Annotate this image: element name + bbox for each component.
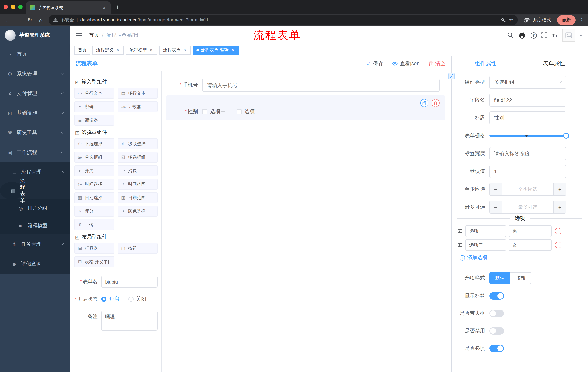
- palette-item[interactable]: ◔时间范围: [117, 179, 158, 190]
- palette-item[interactable]: ◉单选框组: [74, 152, 114, 163]
- palette-item[interactable]: ☆评分: [74, 206, 114, 217]
- drag-handle-icon[interactable]: [457, 229, 463, 234]
- tag-close-icon[interactable]: ✕: [149, 48, 154, 53]
- update-chip[interactable]: 更新: [557, 15, 576, 25]
- tag-process-model[interactable]: 流程模型 ✕: [126, 46, 157, 54]
- plus-icon[interactable]: +: [553, 183, 566, 195]
- checkbox-icon[interactable]: [202, 109, 207, 114]
- address-bar[interactable]: 不安全 | dashboard.yudao.iocoder.cn/bpm/man…: [49, 15, 518, 25]
- option-value-input[interactable]: [509, 239, 552, 251]
- palette-item[interactable]: ⊞表格[开发中]: [74, 256, 114, 267]
- border-toggle[interactable]: [489, 310, 504, 317]
- palette-item[interactable]: ▤多行文本: [117, 88, 158, 99]
- tag-home[interactable]: 首页: [74, 46, 90, 54]
- sidebar-item-process-form[interactable]: ▤ 流程表单: [0, 182, 24, 200]
- slider-handle[interactable]: [563, 133, 569, 139]
- palette-item[interactable]: ⇧上传: [74, 219, 114, 230]
- hamburger-icon[interactable]: [76, 33, 82, 37]
- fullscreen-icon[interactable]: [541, 32, 547, 38]
- palette-item[interactable]: ≣编辑器: [74, 115, 114, 126]
- phone-input[interactable]: [202, 79, 440, 92]
- drag-handle-icon[interactable]: [457, 242, 463, 247]
- delete-component-icon[interactable]: [431, 99, 440, 107]
- palette-item[interactable]: ∗密码: [74, 101, 114, 112]
- tab-form-props[interactable]: 表单属性: [520, 56, 588, 71]
- sidebar-item-user-group[interactable]: ◎ 用户分组: [0, 200, 70, 217]
- status-on-radio[interactable]: 开启: [101, 296, 119, 302]
- gender-option-2[interactable]: 选项二: [237, 108, 260, 115]
- avatar-caret-icon[interactable]: [580, 33, 583, 37]
- option-label-input[interactable]: [465, 239, 506, 251]
- plus-icon[interactable]: +: [553, 201, 566, 213]
- disabled-toggle[interactable]: [489, 327, 504, 335]
- component-type-select[interactable]: 多选框组: [489, 76, 566, 89]
- avatar[interactable]: [562, 29, 575, 42]
- stepper-placeholder[interactable]: 最多可选: [502, 201, 553, 213]
- option-value-input[interactable]: [509, 225, 552, 237]
- show-label-toggle[interactable]: [489, 292, 504, 299]
- sidebar-item-process-model[interactable]: ⇨ 流程模型: [0, 217, 70, 234]
- sidebar-item-devtools[interactable]: ⚒ 研发工具: [0, 123, 70, 143]
- sidebar-item-leave-query[interactable]: ☻ 请假查询: [0, 254, 70, 274]
- tag-close-icon[interactable]: ✕: [230, 48, 235, 53]
- palette-item[interactable]: ⊙下拉选择: [74, 138, 114, 149]
- maximize-window-button[interactable]: [18, 5, 22, 9]
- palette-item[interactable]: ◐开关: [74, 165, 114, 176]
- reload-icon[interactable]: ↻: [25, 15, 35, 25]
- new-tab-button[interactable]: +: [116, 4, 119, 11]
- link-icon[interactable]: [448, 73, 455, 79]
- github-icon[interactable]: [518, 32, 525, 39]
- form-remark-textarea[interactable]: 嘿嘿: [101, 311, 158, 330]
- remove-option-icon[interactable]: −: [555, 228, 561, 234]
- minimize-window-button[interactable]: [11, 5, 15, 9]
- selected-component-gender[interactable]: 性别 选项一 选项二: [166, 95, 445, 120]
- palette-item[interactable]: ▦日期选择: [74, 192, 114, 203]
- palette-item[interactable]: ⊸滑块: [117, 165, 158, 176]
- browser-menu-icon[interactable]: ⋮: [578, 17, 585, 23]
- tag-process-definition[interactable]: 流程定义 ✕: [92, 46, 124, 54]
- sidebar-item-system[interactable]: ⚙ 系统管理: [0, 64, 70, 84]
- tag-process-form[interactable]: 流程表单 ✕: [159, 46, 191, 54]
- form-name-input[interactable]: [101, 276, 158, 287]
- phone-field[interactable]: 手机号: [166, 79, 445, 92]
- palette-item[interactable]: ▥日期范围: [117, 192, 158, 203]
- palette-item[interactable]: ▢按钮: [117, 243, 158, 254]
- copy-component-icon[interactable]: [420, 99, 428, 107]
- form-canvas[interactable]: 手机号: [162, 71, 451, 372]
- sidebar-item-infra[interactable]: ⊡ 基础设施: [0, 103, 70, 123]
- palette-item[interactable]: ▣行容器: [74, 243, 114, 254]
- remove-option-icon[interactable]: −: [555, 242, 561, 248]
- minus-icon[interactable]: −: [490, 183, 502, 195]
- close-window-button[interactable]: [4, 5, 8, 9]
- palette-item[interactable]: ⋔级联选择: [117, 138, 158, 149]
- tab-component-props[interactable]: 组件属性: [452, 56, 520, 71]
- forward-icon[interactable]: →: [14, 15, 24, 25]
- style-button-button[interactable]: 按钮: [511, 272, 531, 284]
- status-off-radio[interactable]: 关闭: [128, 296, 146, 302]
- sidebar-item-payment[interactable]: ¥ 支付管理: [0, 84, 70, 103]
- view-json-button[interactable]: 查看json: [392, 60, 420, 67]
- palette-item[interactable]: ▭单行文本: [74, 88, 114, 99]
- sidebar-item-home[interactable]: ◔ 首页: [0, 44, 70, 64]
- tag-close-icon[interactable]: ✕: [182, 48, 187, 53]
- tag-process-form-edit[interactable]: 流程表单-编辑 ✕: [193, 46, 239, 54]
- bookmark-star-icon[interactable]: ☆: [509, 17, 514, 23]
- field-name-input[interactable]: [489, 94, 566, 107]
- palette-item[interactable]: ◑颜色选择: [117, 206, 158, 217]
- default-value-input[interactable]: [489, 165, 566, 178]
- search-icon[interactable]: [507, 32, 514, 39]
- minus-icon[interactable]: −: [490, 201, 502, 213]
- tag-width-input[interactable]: [489, 147, 566, 160]
- palette-item[interactable]: 123计数器: [117, 101, 158, 112]
- font-size-icon[interactable]: TT: [552, 32, 557, 38]
- add-option-button[interactable]: + 添加选项: [460, 255, 582, 261]
- stepper-placeholder[interactable]: 至少应选: [502, 183, 553, 195]
- checkbox-icon[interactable]: [237, 109, 242, 114]
- home-icon[interactable]: ⌂: [36, 15, 46, 25]
- sidebar-item-task-management[interactable]: ⋔ 任务管理: [0, 234, 70, 254]
- palette-item[interactable]: ☑多选框组: [117, 152, 158, 163]
- required-toggle[interactable]: [489, 345, 504, 352]
- save-button[interactable]: ✓ 保存: [367, 60, 383, 67]
- palette-item[interactable]: ◷时间选择: [74, 179, 114, 190]
- tab-close-icon[interactable]: ✕: [101, 5, 107, 10]
